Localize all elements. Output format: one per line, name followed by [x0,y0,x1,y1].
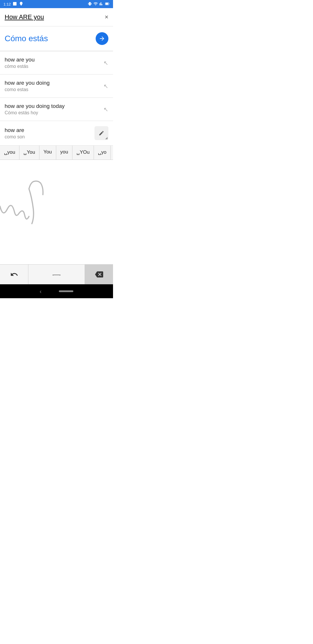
vibrate-icon [88,1,92,7]
suggestion-item-3[interactable]: how are como son [0,121,113,146]
svg-rect-7 [105,3,108,5]
location-icon [19,1,23,7]
pencil-icon [99,130,104,136]
top-result-text: Cómo estás [5,34,48,43]
svg-rect-0 [13,2,17,6]
home-button[interactable] [59,290,73,292]
insert-icon-1: ↖ [103,83,108,90]
handwriting-canvas [0,160,113,264]
clear-button[interactable]: × [105,13,108,21]
arrow-right-icon [99,35,105,42]
kb-suggestion-2[interactable]: You [39,146,56,160]
backspace-button[interactable] [85,265,113,284]
kb-suggestion-5[interactable]: ␣yo [94,146,111,160]
edit-button[interactable] [94,126,108,140]
search-input[interactable] [5,13,102,21]
status-time: 1:12 [3,2,11,6]
kb-suggestion-6[interactable]: ␣Yo [111,146,113,160]
notification-icon [12,1,17,7]
insert-icon-0: ↖ [103,59,108,66]
suggestion-main-2: how are you doing today [5,103,101,109]
nav-bar: ‹ [0,284,113,298]
kb-suggestion-0[interactable]: ␣you [0,146,19,160]
back-button[interactable]: ‹ [40,288,42,295]
keyboard-bottom-row [0,264,113,284]
suggestion-main-1: how are you doing [5,80,101,86]
svg-rect-6 [109,3,109,4]
suggestion-main-0: how are you [5,57,101,63]
suggestion-sub-3: como son [5,134,94,140]
space-icon [52,272,61,276]
battery-icon [105,1,110,7]
suggestion-main-3: how are [5,127,94,133]
suggestion-sub-0: cómo estás [5,64,101,69]
suggestion-item-2[interactable]: how are you doing today Cómo estás hoy ↖ [0,98,113,121]
translate-arrow-button[interactable] [96,32,108,45]
keyboard-suggestions-row: ␣you ␣You You you ␣YOu ␣yo ␣Yo ⋮ [0,146,113,160]
suggestions-list: how are you cómo estás ↖ how are you doi… [0,51,113,146]
top-result-row: Cómo estás [0,26,113,51]
kb-suggestion-4[interactable]: ␣YOu [72,146,94,160]
undo-icon [10,270,18,278]
suggestion-sub-1: como estas [5,87,101,92]
suggestion-item-1[interactable]: how are you doing como estas ↖ [0,75,113,98]
insert-icon-2: ↖ [103,106,108,113]
signal-icon [99,1,103,7]
svg-rect-4 [91,3,92,5]
backspace-icon [95,270,103,278]
kb-suggestion-1[interactable]: ␣You [19,146,39,160]
search-bar: × [0,8,113,26]
svg-rect-2 [89,2,91,6]
space-button[interactable] [28,265,85,284]
wifi-icon [93,1,98,7]
suggestion-sub-2: Cómo estás hoy [5,110,101,115]
handwriting-area[interactable] [0,160,113,264]
status-bar: 1:12 [0,0,113,8]
undo-button[interactable] [0,265,28,284]
suggestion-item-0[interactable]: how are you cómo estás ↖ [0,51,113,75]
kb-suggestion-3[interactable]: you [56,146,72,160]
svg-rect-3 [88,3,89,5]
